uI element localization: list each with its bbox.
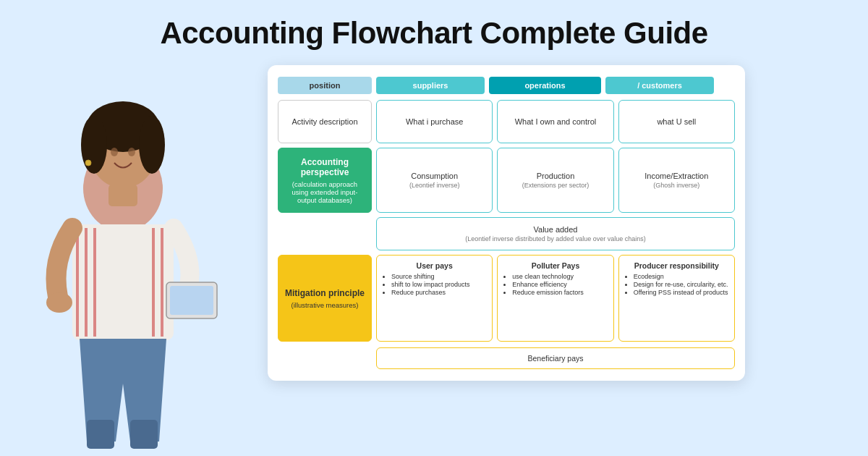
svg-rect-10 bbox=[85, 228, 88, 337]
production-box: Production (Extensions per sector) bbox=[497, 148, 613, 213]
svg-rect-12 bbox=[152, 228, 155, 337]
svg-point-7 bbox=[85, 160, 91, 166]
svg-rect-11 bbox=[93, 228, 96, 337]
row2-right: Consumption (Leontief inverse) Productio… bbox=[376, 148, 735, 213]
svg-point-4 bbox=[139, 116, 165, 174]
row1-right: What i purchase What I own and control w… bbox=[376, 100, 735, 143]
value-added-box: Value added (Leontief inverse distribute… bbox=[376, 217, 735, 250]
svg-rect-15 bbox=[170, 286, 213, 315]
header-suppliers: suppliers bbox=[376, 77, 485, 94]
svg-rect-13 bbox=[161, 228, 163, 337]
svg-point-3 bbox=[81, 116, 107, 174]
mitigation-row: User pays Source shifting shift to low i… bbox=[376, 255, 735, 342]
activity-description-cell: Activity description bbox=[278, 100, 372, 143]
polluter-pays-box: Polluter Pays use clean technology Enhan… bbox=[497, 255, 613, 342]
beneficiary-pays-box: Beneficiary pays bbox=[376, 347, 735, 369]
user-pays-list: Source shifting shift to low impact prod… bbox=[381, 273, 488, 296]
user-pays-box: User pays Source shifting shift to low i… bbox=[376, 255, 493, 342]
header-customers: / customers bbox=[605, 77, 714, 94]
flowchart-card: position suppliers operations / customer… bbox=[268, 65, 745, 381]
person-illustration bbox=[14, 58, 246, 449]
header-operations: operations bbox=[489, 77, 601, 94]
mitigation-principle-cell: Mitigation principle (illustrative measu… bbox=[278, 255, 372, 342]
producer-responsibility-list: Ecodesign Design for re-use, circularity… bbox=[624, 273, 730, 296]
header-position: position bbox=[278, 77, 372, 94]
accounting-perspective-cell: Accounting perspective (calculation appr… bbox=[278, 148, 372, 213]
what-i-purchase-box: What i purchase bbox=[376, 100, 493, 143]
what-u-sell-box: what U sell bbox=[618, 100, 735, 143]
svg-rect-18 bbox=[130, 420, 158, 449]
page-title: Accounting Flowchart Complete Guide bbox=[0, 0, 868, 58]
svg-point-16 bbox=[46, 292, 72, 313]
polluter-pays-list: use clean technology Enhance efficiency … bbox=[502, 273, 608, 296]
producer-responsibility-box: Producer responsibility Ecodesign Design… bbox=[618, 255, 735, 342]
svg-rect-9 bbox=[76, 228, 79, 337]
svg-point-6 bbox=[128, 148, 135, 156]
consumption-box: Consumption (Leontief inverse) bbox=[376, 148, 493, 213]
svg-rect-17 bbox=[87, 420, 114, 449]
person-svg bbox=[14, 72, 231, 449]
flowchart-header: position suppliers operations / customer… bbox=[278, 77, 735, 94]
content-area: position suppliers operations / customer… bbox=[0, 58, 868, 449]
svg-point-5 bbox=[111, 148, 118, 156]
what-i-own-box: What I own and control bbox=[497, 100, 613, 143]
svg-rect-19 bbox=[109, 185, 137, 206]
income-extraction-box: Income/Extraction (Ghosh inverse) bbox=[618, 148, 735, 213]
